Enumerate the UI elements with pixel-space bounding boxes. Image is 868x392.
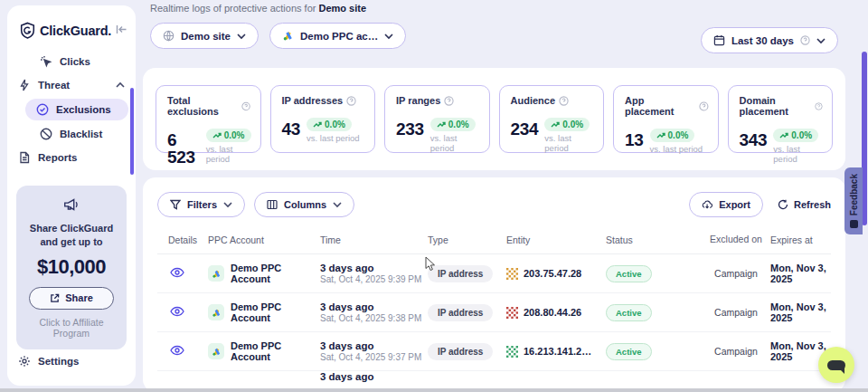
globe-icon — [163, 30, 175, 42]
stat-audience: Audience 234 0.0% vs. last period — [499, 85, 605, 153]
stat-label: Audience — [511, 95, 556, 106]
delta-badge: 0.0% — [544, 118, 590, 131]
type-badge: IP address — [428, 343, 493, 360]
stat-value: 43 — [282, 120, 301, 138]
date-range-value: Last 30 days — [731, 35, 794, 46]
filters-button[interactable]: Filters — [157, 192, 245, 217]
sidebar-item-threat[interactable]: Threat — [7, 73, 136, 97]
entity-value: 16.213.141.2… — [524, 346, 591, 357]
sidebar-item-clicks[interactable]: Clicks — [7, 50, 136, 73]
trend-up-icon — [313, 121, 322, 129]
col-type[interactable]: Type — [428, 234, 506, 245]
help-circle-icon[interactable] — [444, 96, 454, 106]
trend-up-icon — [551, 121, 560, 129]
help-circle-icon[interactable] — [241, 101, 250, 111]
help-circle-icon[interactable] — [815, 101, 823, 111]
trend-up-icon — [656, 132, 665, 139]
table-row[interactable]: Demo PPC Account 3 days agoSat, Oct 4, 2… — [157, 293, 831, 332]
stat-value: 234 — [511, 120, 539, 138]
view-details-icon[interactable] — [170, 267, 184, 278]
external-link-icon — [50, 293, 60, 303]
document-icon — [18, 151, 31, 164]
time-absolute: Sat, Oct 4, 2025 9:39 PM — [320, 274, 428, 284]
col-time[interactable]: Time — [320, 234, 428, 245]
stat-value: 343 — [740, 131, 768, 148]
google-ads-icon — [208, 265, 224, 282]
time-relative: 3 days ago — [320, 371, 428, 382]
stat-label: Total exclusions — [167, 95, 238, 117]
ban-icon — [40, 128, 52, 140]
col-entity[interactable]: Entity — [506, 234, 606, 245]
help-circle-icon[interactable] — [346, 96, 356, 106]
account-selector[interactable]: Demo PPC ac… — [269, 23, 406, 49]
table-row[interactable]: Demo PPC Account 3 days agoSat, Oct 4, 2… — [157, 254, 831, 293]
stat-compare: vs. last period — [307, 133, 360, 143]
export-button[interactable]: Export — [689, 192, 763, 217]
view-details-icon[interactable] — [170, 306, 184, 317]
help-circle-icon[interactable] — [559, 96, 569, 106]
stat-ip-addresses: IP addresses 43 0.0% vs. last period — [270, 85, 376, 153]
columns-button[interactable]: Columns — [254, 192, 354, 217]
help-circle-icon[interactable] — [699, 101, 709, 111]
columns-icon — [267, 199, 278, 210]
stat-value: 233 — [396, 120, 424, 138]
lightning-icon — [18, 79, 31, 91]
chevron-down-icon — [223, 200, 232, 209]
chat-widget-button[interactable] — [818, 347, 854, 383]
sidebar-scrollbar[interactable] — [130, 88, 134, 175]
delta-badge: 0.0% — [430, 118, 476, 131]
sidebar-nav: Clicks Threat Exclusions Blacklist — [7, 50, 136, 169]
feedback-tab[interactable]: Feedback — [844, 167, 863, 234]
col-excluded-on[interactable]: Excluded on — [702, 234, 770, 245]
page-subtitle: Realtime logs of protective actions for … — [143, 0, 861, 14]
entity-identicon — [506, 307, 518, 319]
col-expires-at[interactable]: Expires at — [770, 234, 831, 245]
time-relative: 3 days ago — [320, 301, 428, 312]
sidebar-item-label: Settings — [38, 356, 79, 367]
refresh-button[interactable]: Refresh — [778, 199, 831, 210]
table-row-partial[interactable]: 3 days ago — [157, 371, 831, 382]
excluded-on-value: Campaign — [702, 346, 770, 357]
view-details-icon[interactable] — [170, 345, 184, 356]
stat-total-exclusions: Total exclusions 6 523 0.0% vs. last per… — [156, 85, 261, 153]
sidebar-item-label: Clicks — [60, 56, 90, 67]
status-badge: Active — [606, 304, 652, 321]
affiliate-promo-card[interactable]: Share ClickGuard and get up to $10,000 S… — [16, 186, 127, 349]
cursor-click-icon — [40, 55, 52, 68]
delta-badge: 0.0% — [206, 129, 251, 142]
stat-value: 13 — [625, 131, 644, 148]
date-range-selector[interactable]: Last 30 days — [701, 27, 838, 53]
share-button[interactable]: Share — [29, 287, 114, 310]
site-selector[interactable]: Demo site — [150, 23, 259, 49]
col-ppc-account[interactable]: PPC Account — [208, 234, 320, 245]
sidebar-item-exclusions[interactable]: Exclusions — [25, 99, 128, 120]
time-absolute: Sat, Oct 4, 2025 9:38 PM — [320, 313, 428, 323]
affiliate-link[interactable]: Click to Affiliate Program — [24, 317, 119, 339]
time-absolute: Sat, Oct 4, 2025 9:37 PM — [320, 352, 428, 362]
share-button-label: Share — [65, 292, 93, 303]
col-details[interactable]: Details — [157, 234, 208, 245]
status-badge: Active — [606, 343, 652, 360]
filters-label: Filters — [187, 199, 217, 210]
sidebar-collapse-icon[interactable] — [116, 24, 127, 36]
ppc-account-name: Demo PPC Account — [231, 301, 320, 323]
entity-identicon — [506, 346, 518, 358]
ppc-account-name: Demo PPC Account — [231, 340, 320, 362]
expires-at-value: Mon, Nov 3, 2025 — [770, 301, 831, 323]
chevron-down-icon — [237, 32, 246, 41]
promo-amount: $10,000 — [24, 255, 119, 279]
google-ads-icon — [208, 343, 224, 359]
gear-icon — [18, 355, 31, 368]
type-badge: IP address — [428, 265, 493, 282]
col-status[interactable]: Status — [606, 234, 702, 245]
chevron-down-icon — [384, 32, 393, 41]
table-header: Details PPC Account Time Type Entity Sta… — [157, 234, 831, 254]
stat-compare: vs. last period — [544, 133, 594, 153]
sidebar-item-reports[interactable]: Reports — [7, 146, 136, 169]
cloud-download-icon — [702, 199, 712, 210]
sidebar-item-blacklist[interactable]: Blacklist — [7, 122, 136, 146]
bottom-edge — [0, 388, 868, 392]
table-row[interactable]: Demo PPC Account 3 days agoSat, Oct 4, 2… — [157, 332, 831, 371]
sidebar-item-settings[interactable]: Settings — [7, 349, 136, 373]
stat-label: IP ranges — [396, 95, 440, 106]
